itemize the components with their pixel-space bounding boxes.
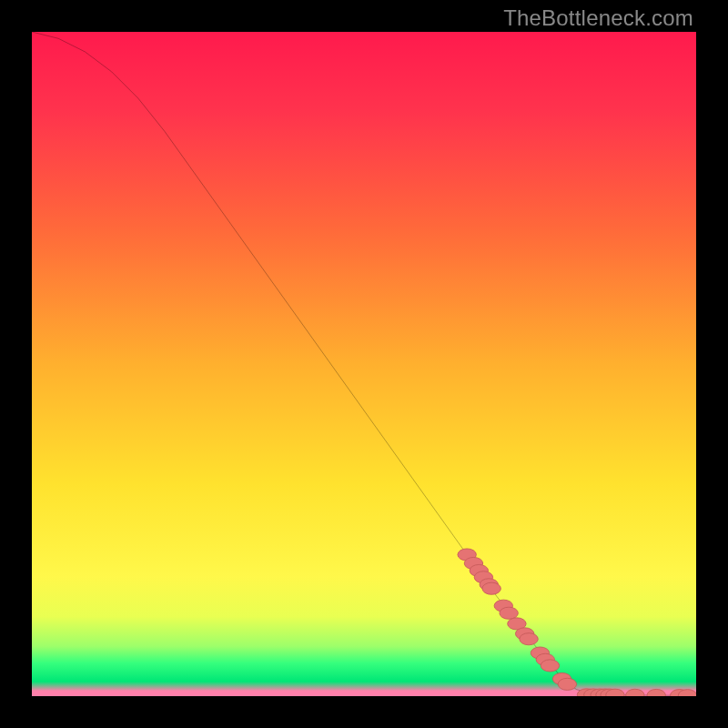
curve-marker [558, 678, 576, 690]
chart-frame: TheBottleneck.com [0, 0, 728, 728]
watermark-text: TheBottleneck.com [503, 5, 693, 31]
curve-marker [626, 689, 644, 696]
curve-markers [458, 549, 696, 696]
curve-marker [500, 607, 518, 619]
curve-marker [482, 582, 500, 594]
curve-marker [647, 689, 665, 696]
plot-area [32, 32, 696, 696]
main-curve [32, 32, 696, 695]
curve-marker [541, 660, 559, 672]
curve-layer [32, 32, 696, 696]
curve-marker [520, 633, 538, 645]
